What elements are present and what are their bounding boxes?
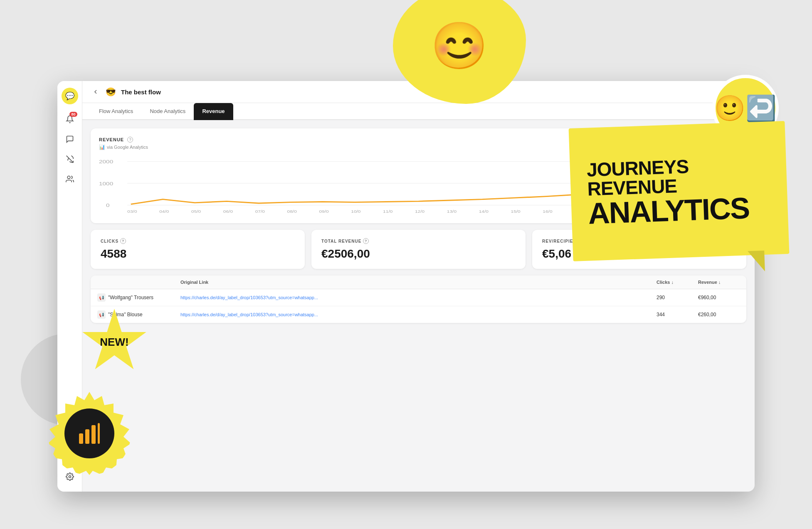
- sidebar-item-broadcast[interactable]: [62, 151, 78, 167]
- sidebar-item-messages[interactable]: [62, 131, 78, 148]
- gear-inner-icon: [64, 408, 114, 458]
- tab-revenue[interactable]: Revenue: [194, 103, 233, 120]
- svg-text:06/0: 06/0: [223, 210, 233, 214]
- svg-text:16/0: 16/0: [543, 210, 553, 214]
- svg-point-5: [69, 476, 71, 478]
- svg-point-4: [67, 176, 70, 179]
- row1-link[interactable]: https://charles.de/d/ay_label_drop/10365…: [180, 295, 657, 300]
- svg-text:08/0: 08/0: [287, 210, 297, 214]
- clicks-label: CLICKS ?: [101, 238, 295, 244]
- product-icon-1: 📢: [97, 293, 106, 302]
- svg-text:04/0: 04/0: [159, 210, 169, 214]
- row1-revenue: €960,00: [698, 295, 740, 300]
- flow-emoji: 😎: [106, 87, 116, 97]
- svg-rect-1: [85, 429, 89, 444]
- row2-link[interactable]: https://charles.de/d/ay_label_drop/10365…: [180, 312, 657, 317]
- sidebar-item-contacts[interactable]: [62, 171, 78, 187]
- col-header-link: Original Link: [180, 280, 657, 285]
- svg-text:03/0: 03/0: [127, 210, 137, 214]
- svg-text:13/0: 13/0: [447, 210, 457, 214]
- product-icon-2: 📢: [97, 310, 106, 319]
- chart-title: REVENUE: [99, 137, 124, 142]
- svg-text:10/0: 10/0: [351, 210, 361, 214]
- tabs-bar: Flow Analytics Node Analytics Revenue: [82, 103, 755, 120]
- svg-rect-3: [98, 423, 100, 444]
- col-header-clicks[interactable]: Clicks ↓: [657, 280, 698, 285]
- logo-emoji: 💬: [65, 91, 74, 101]
- tab-flow-analytics[interactable]: Flow Analytics: [91, 103, 141, 120]
- broadcast-icon: [66, 155, 74, 163]
- clicks-value: 4588: [101, 247, 295, 261]
- tab-node-analytics[interactable]: Node Analytics: [141, 103, 194, 120]
- stat-card-clicks: CLICKS ? 4588: [91, 230, 305, 269]
- clicks-help-icon[interactable]: ?: [120, 238, 126, 244]
- sidebar-item-notifications[interactable]: 80: [62, 111, 78, 128]
- new-badge-label: NEW!: [100, 336, 128, 349]
- back-arrow-icon: [92, 89, 99, 95]
- chart-subtitle-text: via Google Analytics: [107, 145, 148, 150]
- svg-text:14/0: 14/0: [479, 210, 489, 214]
- stat-card-revenue: TOTAL REVENUE ? €2506,00: [311, 230, 526, 269]
- svg-text:15/0: 15/0: [511, 210, 521, 214]
- svg-text:11/0: 11/0: [383, 210, 393, 214]
- svg-text:12/0: 12/0: [415, 210, 425, 214]
- svg-rect-0: [79, 433, 83, 444]
- flow-title: The best flow: [121, 89, 161, 96]
- col-header-product: [97, 280, 180, 285]
- row2-clicks: 344: [657, 312, 698, 317]
- revenue-value: €2506,00: [321, 247, 516, 261]
- svg-text:07/0: 07/0: [255, 210, 265, 214]
- row1-product: 📢 "Wolfgang" Trousers: [97, 293, 180, 302]
- svg-text:05/0: 05/0: [191, 210, 201, 214]
- svg-text:2000: 2000: [99, 160, 113, 165]
- banner-line2: ANALYTICS: [587, 193, 750, 228]
- links-table: Original Link Clicks ↓ Revenue ↓ 📢 "Wolf…: [91, 276, 746, 323]
- svg-text:0: 0: [106, 203, 110, 208]
- row2-product: 📢 "Selma" Blouse: [97, 310, 180, 319]
- message-icon: [66, 135, 74, 143]
- contacts-icon: [66, 175, 74, 183]
- promo-banner: JOURNEYS REVENUE ANALYTICS: [569, 121, 790, 261]
- back-button[interactable]: [91, 87, 101, 97]
- sidebar-logo[interactable]: 💬: [62, 88, 78, 104]
- notification-count: 80: [69, 112, 77, 117]
- svg-rect-2: [91, 425, 96, 444]
- table-row: 📢 "Wolfgang" Trousers https://charles.de…: [91, 289, 746, 306]
- row1-clicks: 290: [657, 295, 698, 300]
- revenue-help-icon[interactable]: ?: [363, 238, 369, 244]
- table-header: Original Link Clicks ↓ Revenue ↓: [91, 276, 746, 289]
- svg-text:09/0: 09/0: [319, 210, 329, 214]
- table-row: 📢 "Selma" Blouse https://charles.de/d/ay…: [91, 306, 746, 323]
- google-analytics-icon: 📊: [99, 144, 105, 150]
- col-header-revenue[interactable]: Revenue ↓: [698, 280, 740, 285]
- revenue-label: TOTAL REVENUE ?: [321, 238, 516, 244]
- row2-revenue: €260,00: [698, 312, 740, 317]
- chart-help-icon[interactable]: ?: [127, 137, 133, 143]
- analytics-icon: [77, 421, 102, 446]
- settings-icon: [66, 472, 74, 481]
- svg-text:1000: 1000: [99, 181, 113, 186]
